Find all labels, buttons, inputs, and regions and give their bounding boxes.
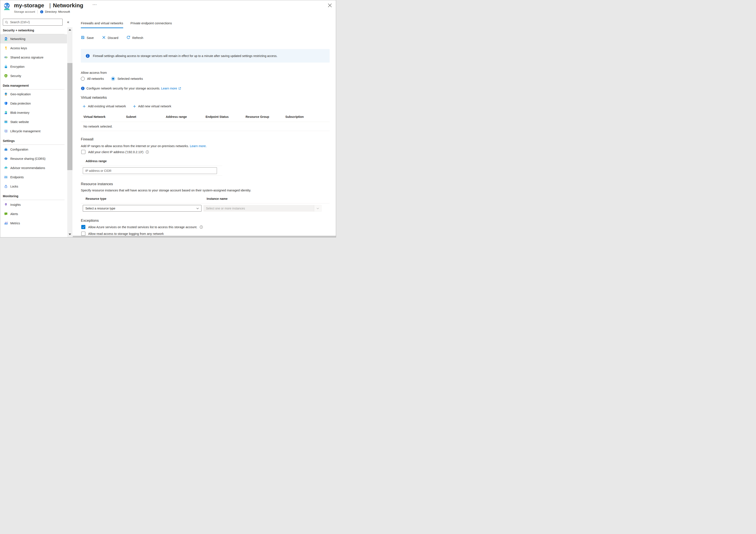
radio-selected-networks-label[interactable]: Selected networks [118, 77, 143, 80]
allow-trusted-services-checkbox[interactable] [81, 225, 85, 229]
sidebar-item-networking[interactable]: Networking [0, 34, 67, 43]
info-outline-icon[interactable] [146, 150, 149, 154]
sidebar-item-label: Endpoints [10, 176, 24, 179]
sidebar-item-advisor-recommendations[interactable]: Advisor recommendations [0, 163, 67, 173]
instance-name-dropdown: Select one or more instances [203, 205, 322, 211]
horizontal-scrollbar[interactable] [73, 236, 336, 237]
info-icon [40, 10, 43, 14]
sidebar-item-label: Advisor recommendations [10, 166, 45, 170]
sidebar-item-lifecycle-management[interactable]: Lifecycle management [0, 126, 67, 136]
scroll-up-icon[interactable] [67, 28, 72, 32]
search-input[interactable] [10, 20, 62, 24]
refresh-button[interactable]: Refresh [126, 36, 143, 40]
allow-storage-logging-label: Allow read access to storage logging fro… [88, 232, 164, 236]
plus-icon [133, 105, 136, 108]
add-client-ip-checkbox[interactable] [81, 150, 85, 154]
command-bar: Save Discard Refresh [81, 36, 151, 40]
sidebar-section-header: Settings [3, 136, 65, 145]
discard-button[interactable]: Discard [102, 36, 118, 40]
radio-selected-networks[interactable] [111, 77, 115, 81]
plus-icon [83, 105, 86, 108]
info-outline-icon[interactable] [200, 225, 203, 229]
security-icon [4, 74, 8, 78]
col-subnet[interactable]: Subnet [126, 115, 136, 119]
sidebar-item-label: Networking [10, 37, 25, 41]
page-title: my-storage [14, 2, 44, 9]
radio-all-networks[interactable] [81, 77, 85, 81]
cors-icon [4, 157, 8, 160]
firewall-heading: Firewall [81, 137, 94, 142]
search-box [3, 19, 63, 26]
sidebar-item-geo-replication[interactable]: Geo-replication [0, 90, 67, 99]
sidebar-item-endpoints[interactable]: Endpoints [0, 173, 67, 182]
save-icon [81, 36, 87, 40]
vnet-add-links: Add existing virtual network Add new vir… [83, 104, 178, 108]
close-icon[interactable] [327, 3, 333, 8]
sidebar-item-insights[interactable]: Insights [0, 200, 67, 209]
col-virtual-network[interactable]: Virtual Network [83, 115, 105, 119]
insights-icon [4, 203, 8, 207]
sidebar-item-alerts[interactable]: Alerts [0, 209, 67, 218]
virtual-networks-heading: Virtual networks [81, 96, 107, 100]
info-banner: Firewall settings allowing access to sto… [81, 49, 330, 63]
sidebar-item-data-protection[interactable]: Data protection [0, 99, 67, 108]
sidebar-item-label: Access keys [10, 46, 27, 50]
advisor-icon [4, 166, 8, 170]
sidebar-item-static-website[interactable]: Static website [0, 117, 67, 126]
tab-private-endpoint-connections[interactable]: Private endpoint connections [130, 21, 172, 28]
resource-type-label: Storage account [14, 10, 35, 13]
sidebar-item-label: Locks [10, 185, 18, 188]
azure-portal-blade: my-storage|Networking ⋯ Storage account … [0, 0, 336, 238]
sidebar-item-resource-sharing-cors[interactable]: Resource sharing (CORS) [0, 154, 67, 163]
encryption-icon [4, 65, 8, 69]
scrollbar-thumb[interactable] [67, 63, 72, 170]
allow-storage-logging-checkbox[interactable] [81, 232, 85, 236]
add-new-vnet-button[interactable]: Add new virtual network [133, 104, 171, 108]
blade-header: my-storage|Networking ⋯ Storage account … [0, 0, 336, 16]
sidebar-item-shared-access-signature[interactable]: Shared access signature [0, 53, 67, 62]
learn-more-link[interactable]: Learn more [161, 87, 177, 90]
page-subtitle: Networking [53, 2, 83, 9]
sidebar-item-encryption[interactable]: Encryption [0, 62, 67, 71]
directory-label: Directory: Microsoft [45, 10, 70, 13]
sidebar-item-security[interactable]: Security [0, 71, 67, 80]
sidebar-item-metrics[interactable]: Metrics [0, 218, 67, 228]
sidebar-item-configuration[interactable]: Configuration [0, 145, 67, 154]
table-divider [81, 131, 330, 131]
geo-replication-icon [4, 92, 8, 96]
static-website-icon [4, 120, 8, 124]
external-link-icon [178, 87, 181, 90]
configuration-icon [4, 148, 8, 151]
sidebar-item-label: Insights [10, 203, 21, 207]
radio-all-networks-label[interactable]: All networks [87, 77, 104, 80]
scroll-down-icon[interactable] [67, 232, 72, 236]
col-endpoint-status[interactable]: Endpoint Status [205, 115, 229, 119]
resource-instances-description: Specify resource instances that will hav… [81, 189, 251, 192]
sidebar-item-blob-inventory[interactable]: Blob inventory [0, 108, 67, 117]
metrics-icon [4, 221, 8, 225]
endpoints-icon [4, 175, 8, 179]
tab-firewalls-and-virtual-networks[interactable]: Firewalls and virtual networks [81, 21, 123, 28]
col-address-range[interactable]: Address range [166, 115, 187, 119]
col-resource-group[interactable]: Resource Group [246, 115, 269, 119]
resource-type-dropdown[interactable]: Select a resource type [83, 205, 202, 211]
sidebar-nav: Security + networkingNetworkingAccess ke… [0, 27, 67, 228]
add-existing-vnet-button[interactable]: Add existing virtual network [83, 104, 126, 108]
sidebar-scrollbar[interactable] [67, 27, 72, 237]
firewall-description: Add IP ranges to allow access from the i… [81, 144, 207, 148]
sidebar-item-label: Lifecycle management [10, 129, 40, 133]
chevron-down-icon [196, 207, 199, 210]
more-menu-icon[interactable]: ⋯ [93, 2, 97, 7]
col-subscription[interactable]: Subscription [285, 115, 304, 119]
sidebar-item-label: Alerts [10, 212, 18, 216]
configure-security-info: Configure network security for your stor… [81, 86, 181, 90]
save-button[interactable]: Save [81, 36, 94, 40]
collapse-sidebar-button[interactable]: « [66, 19, 71, 25]
exceptions-heading: Exceptions [81, 218, 99, 223]
sidebar-item-locks[interactable]: Locks [0, 182, 67, 191]
ip-address-input[interactable] [83, 167, 217, 174]
main-content: Firewalls and virtual networks Private e… [73, 16, 336, 237]
locks-icon [4, 184, 8, 188]
learn-more-link[interactable]: Learn more. [190, 144, 207, 148]
sidebar-item-access-keys[interactable]: Access keys [0, 43, 67, 53]
